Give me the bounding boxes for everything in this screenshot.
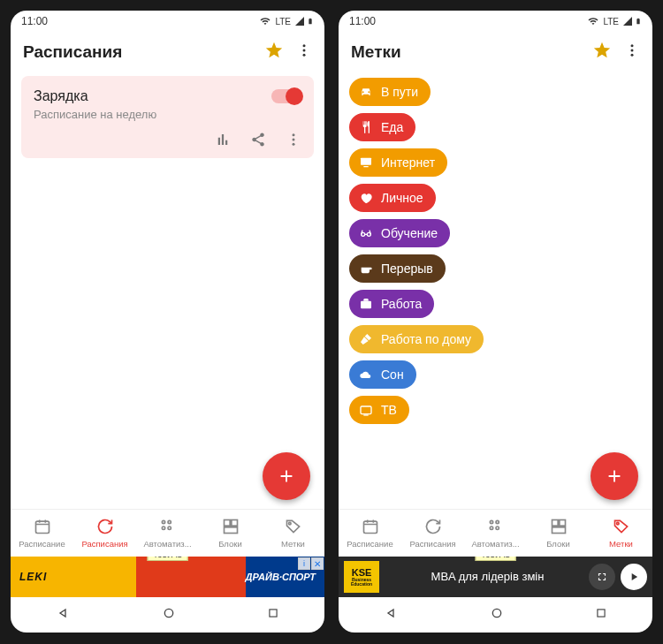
svg-point-29 bbox=[496, 527, 499, 529]
tag-heart[interactable]: Личное bbox=[349, 184, 436, 212]
status-bar: 11:00 LTE bbox=[339, 11, 652, 32]
schedule-card[interactable]: Зарядка Расписание на неделю bbox=[21, 76, 314, 158]
wifi-icon bbox=[587, 16, 599, 27]
briefcase-icon bbox=[358, 296, 374, 312]
sys-recent-icon[interactable] bbox=[595, 607, 607, 623]
ad-test-label: Test Ad bbox=[475, 557, 516, 561]
cloud-icon bbox=[358, 367, 374, 383]
nav-tag[interactable]: Метки bbox=[262, 510, 324, 557]
sys-recent-icon[interactable] bbox=[267, 607, 279, 623]
nav-label: Автоматиз... bbox=[141, 539, 193, 549]
stats-icon[interactable] bbox=[215, 132, 231, 151]
system-nav bbox=[11, 597, 324, 633]
tag-food[interactable]: Еда bbox=[349, 113, 415, 141]
broom-icon bbox=[358, 331, 374, 347]
fab-add[interactable] bbox=[263, 452, 310, 500]
nav-calendar[interactable]: Расписание bbox=[11, 510, 73, 557]
nav-calendar[interactable]: Расписание bbox=[339, 510, 401, 557]
tag-label: ТВ bbox=[381, 403, 397, 417]
monitor-icon bbox=[358, 155, 374, 170]
fab-add[interactable] bbox=[591, 452, 638, 500]
sys-home-icon[interactable] bbox=[162, 606, 176, 624]
tag-briefcase[interactable]: Работа bbox=[349, 290, 434, 318]
svg-rect-32 bbox=[552, 527, 565, 534]
nav-grid[interactable]: Автоматиз... bbox=[464, 510, 527, 557]
blocks-icon bbox=[550, 518, 568, 537]
status-net: LTE bbox=[603, 17, 619, 27]
nav-grid[interactable]: Автоматиз... bbox=[136, 510, 199, 557]
favorite-icon[interactable] bbox=[592, 41, 612, 64]
ad-test-label: Test Ad bbox=[147, 557, 188, 561]
card-more-icon[interactable] bbox=[286, 132, 301, 151]
tv-icon bbox=[358, 402, 374, 418]
ad-banner[interactable]: Test Ad KSE Business Education MBA для л… bbox=[339, 557, 652, 597]
tag-monitor[interactable]: Интернет bbox=[349, 148, 447, 177]
nav-reload[interactable]: Расписания bbox=[73, 510, 136, 557]
svg-point-1 bbox=[303, 49, 306, 52]
content-area: Зарядка Расписание на неделю bbox=[11, 74, 324, 509]
tag-glasses[interactable]: Обучение bbox=[349, 219, 450, 247]
system-nav bbox=[339, 597, 652, 633]
nav-label: Блоки bbox=[545, 539, 572, 549]
header: Расписания bbox=[11, 32, 324, 74]
svg-point-19 bbox=[631, 54, 634, 57]
ad-banner[interactable]: Test Ad i ✕ LEKI ДРАЙВ·СПОРТ bbox=[11, 557, 324, 597]
tag-tv[interactable]: ТВ bbox=[349, 396, 409, 424]
tag-car[interactable]: В пути bbox=[349, 78, 431, 106]
tag-label: Сон bbox=[381, 367, 404, 382]
ad-brand: LEKI bbox=[19, 571, 47, 583]
sys-back-icon[interactable] bbox=[57, 606, 71, 624]
ad-expand-icon[interactable] bbox=[589, 564, 615, 590]
svg-point-33 bbox=[616, 522, 619, 525]
share-icon[interactable] bbox=[250, 132, 266, 151]
grid-icon bbox=[487, 518, 505, 537]
svg-rect-24 bbox=[361, 406, 371, 414]
phone-tags: 11:00 LTE Метки В путиЕдаИнтернетЛичноеО… bbox=[339, 11, 652, 633]
bottom-nav: РасписаниеРасписанияАвтоматиз...БлокиМет… bbox=[11, 509, 324, 557]
nav-blocks[interactable]: Блоки bbox=[527, 510, 590, 557]
svg-point-7 bbox=[162, 520, 164, 523]
glasses-icon bbox=[358, 225, 374, 241]
ad-kse-badge: KSE Business Education bbox=[344, 561, 379, 593]
status-right: LTE bbox=[587, 15, 642, 27]
tag-label: Работа bbox=[381, 297, 422, 311]
tag-broom[interactable]: Работа по дому bbox=[349, 325, 484, 353]
status-time: 11:00 bbox=[21, 15, 48, 27]
tags-list: В путиЕдаИнтернетЛичноеОбучениеПерерывРа… bbox=[349, 74, 642, 424]
card-subtitle: Расписание на неделю bbox=[34, 108, 301, 121]
ad-text: MBA для лідерів змін bbox=[386, 571, 589, 584]
sys-home-icon[interactable] bbox=[490, 606, 504, 624]
more-icon[interactable] bbox=[624, 42, 640, 62]
page-title: Метки bbox=[351, 42, 592, 62]
battery-icon bbox=[307, 15, 314, 27]
tag-label: В пути bbox=[381, 85, 418, 99]
sys-back-icon[interactable] bbox=[385, 606, 399, 624]
nav-tag[interactable]: Метки bbox=[590, 510, 652, 557]
ad-play-icon[interactable] bbox=[621, 564, 647, 590]
svg-rect-6 bbox=[35, 521, 49, 533]
svg-rect-12 bbox=[231, 520, 237, 527]
status-time: 11:00 bbox=[349, 15, 376, 27]
tag-cloud[interactable]: Сон bbox=[349, 360, 416, 389]
heart-icon bbox=[358, 190, 374, 206]
svg-rect-35 bbox=[597, 610, 604, 617]
ad-info-icon[interactable]: i bbox=[298, 557, 310, 570]
nav-label: Метки bbox=[279, 539, 307, 549]
svg-rect-16 bbox=[269, 610, 276, 617]
svg-point-18 bbox=[631, 49, 634, 52]
nav-reload[interactable]: Расписания bbox=[401, 510, 464, 557]
tag-coffee[interactable]: Перерыв bbox=[349, 254, 446, 283]
toggle-switch[interactable] bbox=[271, 89, 301, 103]
ad-right-text: ДРАЙВ·СПОРТ bbox=[246, 572, 316, 582]
favorite-icon[interactable] bbox=[264, 41, 284, 64]
svg-rect-23 bbox=[361, 301, 371, 309]
svg-point-8 bbox=[168, 520, 171, 523]
svg-rect-31 bbox=[559, 520, 565, 527]
tag-label: Работа по дому bbox=[381, 332, 471, 346]
nav-label: Расписание bbox=[17, 539, 66, 549]
svg-point-26 bbox=[490, 520, 492, 523]
more-icon[interactable] bbox=[296, 42, 312, 62]
ad-close-icon[interactable]: ✕ bbox=[311, 557, 324, 570]
calendar-icon bbox=[34, 518, 51, 537]
nav-blocks[interactable]: Блоки bbox=[199, 510, 262, 557]
